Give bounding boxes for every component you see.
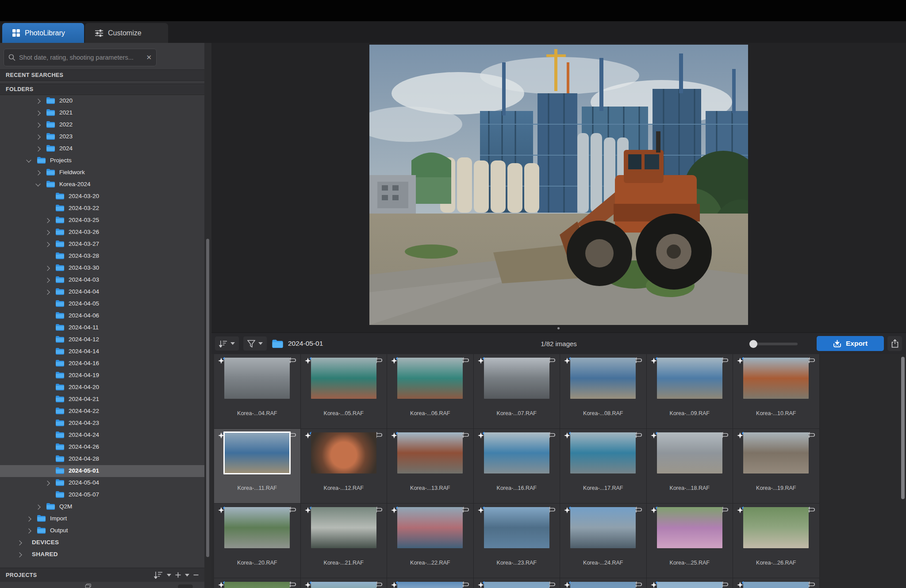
tree-item-korea-2024[interactable]: Korea-2024	[0, 179, 204, 191]
sort-caret[interactable]	[167, 574, 171, 577]
thumbnail-Korea-...04.RAF[interactable]: Korea-...04.RAF	[214, 354, 301, 429]
tree-item-projects[interactable]: Projects	[0, 155, 204, 167]
folders-header[interactable]: FOLDERS	[0, 84, 204, 95]
tree-item-2022[interactable]: 2022	[0, 119, 204, 131]
thumbnail-Korea-...22.RAF[interactable]: Korea-...22.RAF	[387, 504, 474, 578]
add-project-icon[interactable]	[175, 572, 181, 578]
thumbnail-Korea-...13.RAF[interactable]: Korea-...13.RAF	[387, 429, 474, 504]
thumbnail-Korea-...20.RAF[interactable]: Korea-...20.RAF	[214, 504, 301, 578]
tree-item-2021[interactable]: 2021	[0, 107, 204, 119]
tree-item-2024-04-26[interactable]: 2024-04-26	[0, 441, 204, 453]
chevron-right-icon[interactable]	[45, 278, 50, 283]
thumbnail-image[interactable]	[657, 358, 722, 399]
chevron-right-icon[interactable]	[45, 218, 50, 223]
chevron-right-icon[interactable]	[45, 242, 50, 247]
slider-knob[interactable]	[749, 340, 757, 348]
chevron-right-icon[interactable]	[35, 134, 40, 139]
add-project-caret[interactable]	[185, 574, 189, 577]
chevron-right-icon[interactable]	[26, 528, 31, 533]
chevron-down-icon[interactable]	[35, 181, 40, 186]
tree-item-2024-04-05[interactable]: 2024-04-05	[0, 298, 204, 310]
thumbnail-image[interactable]	[397, 358, 463, 399]
tab-customize[interactable]: Customize	[85, 23, 168, 43]
chevron-right-icon[interactable]	[45, 290, 50, 294]
sort-icon[interactable]	[154, 571, 163, 579]
current-folder[interactable]: 2024-05-01	[272, 333, 323, 354]
tree-item-2024-03-27[interactable]: 2024-03-27	[0, 238, 204, 250]
thumbnail-Korea-...05.RAF[interactable]: Korea-...05.RAF	[301, 354, 388, 429]
thumbnail-partial[interactable]	[733, 578, 820, 588]
thumbnail-image[interactable]	[311, 358, 376, 399]
thumbnail-Korea-...12.RAF[interactable]: Korea-...12.RAF	[301, 429, 388, 504]
viewer-resize-handle[interactable]	[557, 327, 560, 329]
thumbnail-image[interactable]	[397, 507, 463, 548]
thumbnail-image[interactable]	[657, 432, 722, 473]
search-clear-icon[interactable]: ✕	[146, 53, 152, 61]
tree-item-2024-04-03[interactable]: 2024-04-03	[0, 274, 204, 286]
tree-item-2024-03-20[interactable]: 2024-03-20	[0, 191, 204, 202]
thumbnail-image[interactable]	[224, 358, 290, 399]
chevron-right-icon[interactable]	[45, 266, 50, 271]
remove-project-icon[interactable]	[193, 572, 199, 578]
thumbnail-size-slider[interactable]	[751, 343, 798, 345]
thumbnail-image[interactable]	[397, 582, 463, 588]
tree-item-2024-04-21[interactable]: 2024-04-21	[0, 393, 204, 405]
thumbnail-image[interactable]	[484, 507, 549, 548]
chevron-right-icon[interactable]	[17, 540, 22, 545]
thumbnail-image[interactable]	[311, 432, 376, 473]
filmstrip-scrollbar-thumb[interactable]	[901, 357, 905, 499]
tree-item-2024-04-28[interactable]: 2024-04-28	[0, 453, 204, 465]
thumbnail-partial[interactable]	[647, 578, 733, 588]
tree-item-output[interactable]: Output	[0, 525, 204, 537]
thumbnail-Korea-...25.RAF[interactable]: Korea-...25.RAF	[647, 504, 733, 578]
thumbnail-image[interactable]	[743, 432, 809, 473]
chevron-right-icon[interactable]	[17, 552, 22, 557]
thumbnail-image[interactable]	[223, 431, 291, 474]
thumbnail-sort-button[interactable]	[215, 336, 239, 351]
thumbnail-image[interactable]	[570, 507, 636, 548]
tree-item-2024-05-04[interactable]: 2024-05-04	[0, 477, 204, 489]
thumbnail-Korea-...18.RAF[interactable]: Korea-...18.RAF	[647, 429, 733, 504]
thumbnail-image[interactable]	[657, 582, 722, 588]
chevron-down-icon[interactable]	[26, 157, 31, 162]
tree-item-import[interactable]: Import	[0, 513, 204, 525]
tree-item-2024-03-28[interactable]: 2024-03-28	[0, 250, 204, 262]
tree-item-2024-04-11[interactable]: 2024-04-11	[0, 322, 204, 334]
thumbnail-Korea-...30.RAF[interactable]: Korea-...30.RAF	[387, 578, 474, 588]
chevron-right-icon[interactable]	[35, 170, 40, 175]
thumbnail-image[interactable]	[743, 582, 809, 588]
thumbnail-Korea-...08.RAF[interactable]: Korea-...08.RAF	[560, 354, 647, 429]
tree-item-2024-05-07[interactable]: 2024-05-07	[0, 489, 204, 501]
chevron-right-icon[interactable]	[35, 122, 40, 127]
tree-item-devices[interactable]: DEVICES	[0, 537, 204, 549]
thumbnail-image[interactable]	[311, 507, 376, 548]
tree-item-2023[interactable]: 2023	[0, 131, 204, 143]
recent-searches-header[interactable]: RECENT SEARCHES	[0, 69, 204, 81]
tree-item-2024-03-30[interactable]: 2024-03-30	[0, 262, 204, 274]
thumbnail-image[interactable]	[484, 582, 549, 588]
projects-header[interactable]: PROJECTS	[0, 568, 204, 582]
tree-item-shared[interactable]: SHARED	[0, 549, 204, 561]
tree-item-2024-04-14[interactable]: 2024-04-14	[0, 346, 204, 358]
tree-item-2024-04-20[interactable]: 2024-04-20	[0, 382, 204, 393]
tree-item-2024-03-22[interactable]: 2024-03-22	[0, 202, 204, 214]
thumbnail-image[interactable]	[484, 432, 549, 473]
chevron-right-icon[interactable]	[35, 99, 40, 103]
chevron-right-icon[interactable]	[35, 504, 40, 509]
thumbnail-partial[interactable]	[474, 578, 560, 588]
export-button[interactable]: Export	[817, 336, 884, 351]
tree-item-q2m[interactable]: Q2M	[0, 501, 204, 513]
thumbnail-image[interactable]	[224, 582, 290, 588]
search-input[interactable]: Shot date, rating, shooting parameters..…	[4, 49, 157, 66]
tree-item-2024-04-24[interactable]: 2024-04-24	[0, 429, 204, 441]
thumbnail-Korea-...19.RAF[interactable]: Korea-...19.RAF	[733, 429, 820, 504]
thumbnail-partial[interactable]	[560, 578, 647, 588]
tab-photolibrary[interactable]: PhotoLibrary	[2, 23, 84, 43]
chevron-right-icon[interactable]	[35, 111, 40, 115]
image-viewer[interactable]	[211, 43, 906, 332]
thumbnail-Korea-...11.RAF[interactable]: Korea-...11.RAF	[214, 429, 301, 504]
tree-item-2024-04-06[interactable]: 2024-04-06	[0, 310, 204, 322]
thumbnail-image[interactable]	[570, 582, 636, 588]
tree-item-2024-04-12[interactable]: 2024-04-12	[0, 334, 204, 346]
thumbnail-image[interactable]	[570, 432, 636, 473]
